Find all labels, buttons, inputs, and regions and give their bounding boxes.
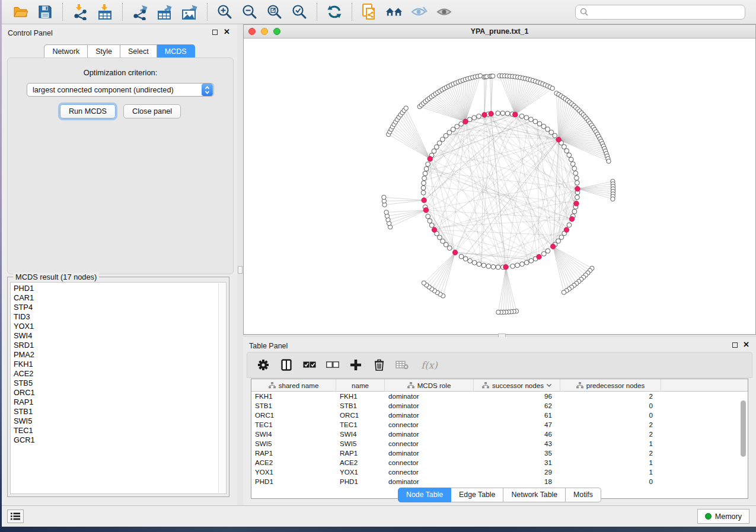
mcds-result-item[interactable]: GCR1 [11,435,226,445]
close-panel-button[interactable]: Close panel [123,104,181,118]
mcds-result-item[interactable]: SWI5 [11,416,226,426]
optimization-criterion-select[interactable]: largest connected component (undirected) [27,83,214,97]
zoom-in-button[interactable] [216,3,234,21]
mcds-result-item[interactable]: FKH1 [11,360,226,369]
column-header-predecessor-nodes[interactable]: predecessor nodes [560,379,661,392]
mcds-result-item[interactable]: STB1 [11,407,226,416]
table-cell: YOX1 [336,467,385,477]
delete-table-button[interactable] [394,357,410,373]
tab-edge-table[interactable]: Edge Table [451,488,503,502]
status-bar: Memory [2,505,756,527]
table-row[interactable]: RAP1RAP1dominator352 [251,448,748,458]
column-header-mcds-role[interactable]: MCDS role [385,379,474,392]
table-cell: 0 [560,477,661,486]
mcds-result-title: MCDS result (17 nodes) [13,273,99,281]
export-table-icon [157,4,173,20]
memory-button[interactable]: Memory [697,509,749,524]
column-header-shared-name[interactable]: shared name [251,379,336,392]
memory-label: Memory [715,512,742,521]
run-mcds-button[interactable]: Run MCDS [60,104,116,118]
show-columns-button[interactable] [279,357,294,373]
unselect-all-button[interactable] [325,357,340,373]
function-builder-button[interactable]: f(x) [417,357,441,373]
table-row[interactable]: SWI5SWI5connector431 [251,439,748,448]
table-row[interactable]: STB1STB1dominator620 [251,401,748,411]
table-cell-filler [661,467,748,477]
table-cell: dominator [385,392,474,401]
table-cell: connector [385,420,474,430]
mcds-result-item[interactable]: STP4 [11,303,226,312]
table-cell: 2 [560,448,661,458]
mcds-result-item[interactable]: PHD1 [11,284,226,293]
refresh-layout-button[interactable] [326,3,343,21]
zoom-out-button[interactable] [241,3,259,21]
zoom-selected-button[interactable] [291,3,308,21]
first-neighbors-button[interactable] [385,3,403,21]
float-panel-icon[interactable] [212,30,218,35]
vertical-splitter[interactable] [237,24,243,505]
table-cell: STB1 [336,401,385,411]
import-network-button[interactable] [71,3,89,21]
table-cell: SWI4 [251,430,336,439]
mcds-result-item[interactable]: ACE2 [11,369,226,379]
table-row[interactable]: FKH1FKH1dominator962 [251,392,748,401]
export-network-button[interactable] [131,3,149,21]
trash-icon [374,359,384,371]
select-all-button[interactable] [302,357,317,373]
table-row[interactable]: SWI4SWI4dominator462 [251,430,748,439]
table-cell: 18 [474,477,560,486]
tab-network-table[interactable]: Network Table [503,488,566,502]
first-neighbors-houses-icon [385,4,403,20]
node-table-body: FKH1FKH1dominator962STB1STB1dominator620… [251,392,748,486]
table-row[interactable]: ORC1ORC1dominator610 [251,411,748,420]
network-view-window[interactable]: YPA_prune.txt_1 [243,24,756,335]
table-row[interactable]: ACE2ACE2connector311 [251,458,748,467]
mcds-result-item[interactable]: SWI4 [11,331,226,341]
mcds-result-item[interactable]: YOX1 [11,322,226,331]
mcds-result-item[interactable]: TID3 [11,312,226,322]
mcds-result-item[interactable]: TEC1 [11,426,226,435]
table-row[interactable]: YOX1YOX1connector291 [251,467,748,477]
show-all-button[interactable] [435,3,453,21]
close-panel-icon[interactable]: ✕ [224,27,230,37]
search-box[interactable] [575,5,745,20]
save-session-button[interactable] [36,3,54,21]
show-panels-list-button[interactable] [7,509,24,523]
network-graph[interactable] [244,39,756,334]
tab-motifs[interactable]: Motifs [566,488,601,502]
import-table-button[interactable] [96,3,114,21]
table-row[interactable]: PHD1PHD1dominator180 [251,477,748,486]
node-table-header: shared name name MCDS role successor nod… [251,379,748,392]
mcds-result-item[interactable]: PMA2 [11,350,226,360]
open-session-button[interactable] [11,3,29,21]
mcds-result-item[interactable]: SRD1 [11,341,226,350]
float-table-panel-icon[interactable] [732,342,738,348]
close-table-panel-icon[interactable]: ✕ [743,340,749,350]
tab-node-table[interactable]: Node Table [398,488,451,502]
delete-column-button[interactable] [371,357,387,373]
add-column-button[interactable] [348,357,363,373]
table-scrollbar[interactable] [741,393,746,494]
table-cell: 31 [474,458,560,467]
search-input[interactable] [591,8,741,16]
duplicate-network-button[interactable] [361,3,378,21]
table-cell-filler [661,448,748,458]
table-scrollbar-thumb[interactable] [741,400,746,457]
table-cell: ACE2 [336,458,385,467]
mcds-list-scrollbar[interactable] [218,283,225,493]
hide-selected-button[interactable] [410,3,428,21]
table-cell-filler [661,411,748,420]
vertical-splitter-handle[interactable] [238,266,243,274]
export-table-button[interactable] [156,3,174,21]
mcds-result-box: MCDS result (17 nodes) PHD1CAR1STP4TID3Y… [7,277,229,497]
mcds-result-item[interactable]: ORC1 [11,388,226,398]
table-settings-button[interactable] [256,357,271,373]
mcds-result-item[interactable]: STB5 [11,379,226,388]
mcds-result-item[interactable]: RAP1 [11,398,226,407]
mcds-result-item[interactable]: CAR1 [11,293,226,303]
column-header-name[interactable]: name [336,379,385,392]
export-image-button[interactable] [181,3,199,21]
zoom-fit-button[interactable] [266,3,283,21]
column-header-successor-nodes[interactable]: successor nodes [474,379,560,392]
table-row[interactable]: TEC1TEC1connector472 [251,420,748,430]
